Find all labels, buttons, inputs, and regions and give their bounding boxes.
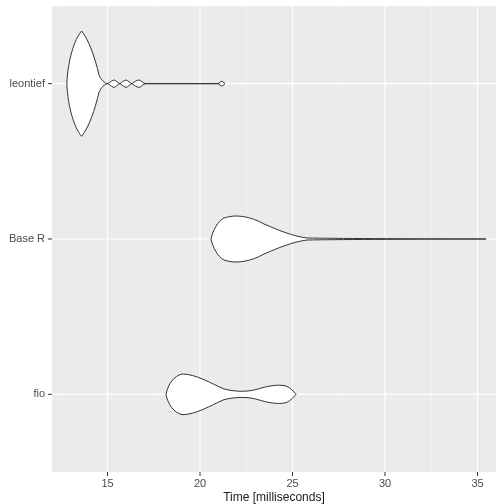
- y-axis: leontief Base R fio: [9, 77, 52, 400]
- x-axis-title: Time [milliseconds]: [223, 490, 325, 504]
- x-tick-label-1: 20: [194, 477, 206, 489]
- chart-svg: leontief Base R fio 15 20 25 30 35 Time …: [0, 0, 504, 504]
- x-tick-label-2: 25: [286, 477, 298, 489]
- x-tick-label-0: 15: [101, 477, 113, 489]
- y-tick-label-base-r: Base R: [9, 232, 45, 244]
- x-tick-label-4: 35: [471, 477, 483, 489]
- x-tick-label-3: 30: [379, 477, 391, 489]
- y-tick-label-leontief: leontief: [10, 77, 46, 89]
- y-tick-label-fio: fio: [33, 387, 45, 399]
- violin-chart: leontief Base R fio 15 20 25 30 35 Time …: [0, 0, 504, 504]
- x-axis: 15 20 25 30 35: [101, 472, 483, 489]
